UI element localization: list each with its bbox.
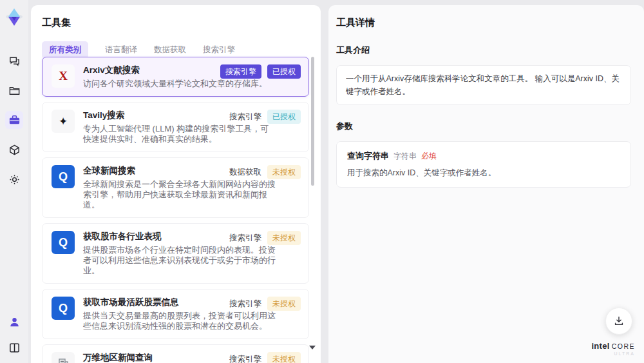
brand-ultra: ULTRA bbox=[591, 351, 635, 357]
tool-desc: 提供当天交易量最高的股票列表，投资者可以利用这些信息来识别流动性强的股票和潜在的… bbox=[83, 311, 276, 331]
intro-box: 一个用于从Arxiv存储库搜索科学论文和文章的工具。 输入可以是Arxiv ID… bbox=[336, 65, 631, 105]
toolset-panel: 工具集 所有类别 语言翻译 数据获取 搜索引擎 X Arxiv文献搜索 访问各个… bbox=[31, 5, 321, 363]
status-badge: 未授权 bbox=[267, 352, 301, 363]
panel-toggle-icon bbox=[8, 342, 21, 354]
q-logo-icon: Q bbox=[52, 165, 75, 188]
tool-details-panel: 工具详情 工具介绍 一个用于从Arxiv存储库搜索科学论文和文章的工具。 输入可… bbox=[328, 5, 644, 363]
tool-card-sector-performance[interactable]: Q 获取股市各行业表现 提供股票市场各个行业在特定时间段内的表现。投资者可以利用… bbox=[42, 223, 309, 284]
tool-desc: 提供股票市场各个行业在特定时间段内的表现。投资者可以利用这些信息来识别表现优于或… bbox=[83, 245, 276, 276]
user-icon bbox=[8, 316, 21, 328]
briefcase-icon bbox=[8, 114, 21, 126]
news-building-icon bbox=[52, 352, 75, 363]
scroll-down-icon[interactable] bbox=[309, 346, 316, 349]
params-heading: 参数 bbox=[336, 121, 631, 132]
status-badge: 已授权 bbox=[267, 64, 301, 79]
sidebar-item-packages[interactable] bbox=[5, 141, 23, 159]
sidebar-item-panel-toggle[interactable] bbox=[5, 338, 23, 357]
cube-icon bbox=[8, 144, 21, 156]
tool-desc: 访问各个研究领域大量科学论文和文章的存储库。 bbox=[83, 79, 276, 89]
param-card: 查询字符串 字符串 必填 用于搜索的Arxiv ID、关键字或作者姓名。 bbox=[336, 141, 631, 188]
tool-card-global-news[interactable]: Q 全球新闻搜索 全球新闻搜索是一个聚合全球各大新闻网站内容的搜索引擎，帮助用户… bbox=[42, 157, 309, 218]
tool-desc: 专为人工智能代理 (LLM) 构建的搜索引擎工具，可快速提供实时、准确和真实的结… bbox=[83, 124, 276, 144]
gear-icon bbox=[8, 173, 21, 186]
tool-card-regional-news[interactable]: 万维地区新闻查询 查询具体行政区划内的新闻，快速了解各地新闻动 搜索引擎 未授权 bbox=[42, 344, 309, 363]
brand-core: CORE bbox=[612, 342, 635, 350]
category-label: 搜索引擎 bbox=[229, 233, 261, 244]
tool-card-arxiv[interactable]: X Arxiv文献搜索 访问各个研究领域大量科学论文和文章的存储库。 搜索引擎 … bbox=[42, 57, 309, 97]
q-logo-icon: Q bbox=[52, 231, 75, 254]
tool-desc: 全球新闻搜索是一个聚合全球各大新闻网站内容的搜索引擎，帮助用户快速获取全球最新资… bbox=[83, 179, 276, 210]
param-required-badge: 必填 bbox=[421, 151, 437, 162]
arxiv-icon: X bbox=[52, 64, 75, 88]
sidebar-item-chat[interactable] bbox=[5, 52, 23, 70]
status-badge: 未授权 bbox=[267, 297, 301, 311]
intro-heading: 工具介绍 bbox=[336, 44, 631, 56]
tab-all-categories[interactable]: 所有类别 bbox=[42, 41, 88, 59]
download-button[interactable] bbox=[605, 308, 632, 335]
scrollbar-thumb[interactable] bbox=[311, 57, 314, 186]
brand-intel: intel bbox=[591, 341, 609, 351]
status-badge: 未授权 bbox=[267, 165, 301, 179]
category-label: 搜索引擎 bbox=[229, 354, 261, 363]
category-label: 搜索引擎 bbox=[229, 299, 261, 309]
sidebar-item-account[interactable] bbox=[5, 313, 23, 331]
sidebar-item-files[interactable] bbox=[5, 81, 23, 99]
chat-icon bbox=[8, 55, 21, 67]
sidebar-item-settings[interactable] bbox=[5, 170, 23, 188]
app-sidebar bbox=[0, 0, 28, 363]
page-title: 工具集 bbox=[42, 17, 71, 29]
tavily-icon: ✦ bbox=[52, 110, 75, 133]
status-badge: 未授权 bbox=[267, 231, 301, 245]
app-logo-icon bbox=[4, 6, 24, 27]
sidebar-item-toolset[interactable] bbox=[5, 111, 23, 129]
param-name: 查询字符串 bbox=[347, 150, 389, 162]
category-tabs: 所有类别 语言翻译 数据获取 搜索引擎 bbox=[42, 41, 235, 59]
param-type: 字符串 bbox=[393, 151, 417, 162]
tab-data-fetch[interactable]: 数据获取 bbox=[154, 41, 186, 59]
category-label: 数据获取 bbox=[229, 167, 261, 178]
tool-card-active-stocks[interactable]: Q 获取市场最活跃股票信息 提供当天交易量最高的股票列表，投资者可以利用这些信息… bbox=[42, 289, 309, 339]
tab-search-engine[interactable]: 搜索引擎 bbox=[203, 41, 235, 59]
tool-card-tavily[interactable]: ✦ Tavily搜索 专为人工智能代理 (LLM) 构建的搜索引擎工具，可快速提… bbox=[42, 102, 309, 152]
folder-icon bbox=[8, 84, 21, 97]
tool-list: X Arxiv文献搜索 访问各个研究领域大量科学论文和文章的存储库。 搜索引擎 … bbox=[42, 57, 309, 363]
status-badge: 已授权 bbox=[267, 110, 301, 124]
tab-translation[interactable]: 语言翻译 bbox=[105, 41, 137, 59]
category-label: 搜索引擎 bbox=[229, 112, 261, 123]
q-logo-icon: Q bbox=[52, 297, 75, 320]
details-title: 工具详情 bbox=[336, 17, 631, 29]
intel-core-logo: intelCORE ULTRA bbox=[591, 340, 635, 357]
download-icon bbox=[613, 315, 625, 327]
category-badge: 搜索引擎 bbox=[220, 64, 261, 79]
param-desc: 用于搜索的Arxiv ID、关键字或作者姓名。 bbox=[347, 168, 620, 179]
list-scrollbar[interactable] bbox=[311, 57, 314, 353]
